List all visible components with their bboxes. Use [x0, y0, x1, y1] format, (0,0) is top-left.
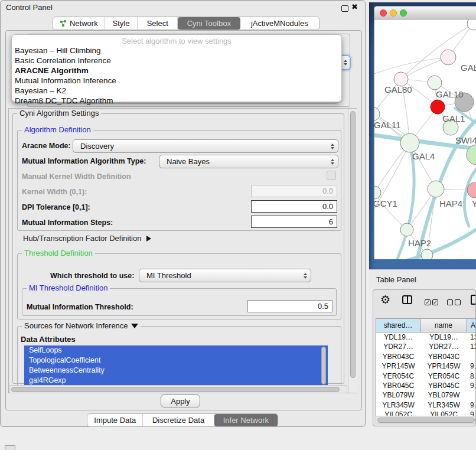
mi-steps-label: Mutual Information Steps:: [22, 219, 113, 227]
column-header-clipped[interactable]: A: [467, 319, 476, 332]
mi-algorithm-type-label: Mutual Information Algorithm Type:: [22, 157, 146, 165]
column-header-shared[interactable]: shared…: [376, 319, 420, 332]
popup-item-dream8[interactable]: Dream8 DC_TDC Algorithm: [15, 96, 113, 105]
popup-item-bayesian-hill[interactable]: Bayesian – Hill Climbing: [15, 46, 101, 55]
mi-threshold-field[interactable]: 0.5: [247, 300, 332, 312]
settings-horizontal-scrollbar[interactable]: [9, 385, 347, 393]
list-item-gal4rgexp[interactable]: gal4RGexp: [24, 376, 328, 386]
hub-definition-section[interactable]: Hub/Transcription Factor Definition: [23, 234, 151, 243]
apply-button[interactable]: Apply: [161, 394, 200, 407]
aracne-mode-label: Aracne Mode:: [22, 142, 71, 150]
tab-infer-network[interactable]: Infer Network: [214, 414, 278, 426]
network-view-canvas[interactable]: GAL GAL80 GAL10 GAL1 GAL11 SWI4 GAL4 GCY…: [374, 19, 476, 259]
data-attributes-label: Data Attributes: [21, 335, 76, 344]
node-gal1-red[interactable]: [431, 100, 445, 114]
node-gal10[interactable]: [428, 76, 442, 90]
vertical-scrollbar-thumb[interactable]: [350, 111, 356, 378]
kernel-width-field[interactable]: 0.0: [251, 185, 337, 197]
list-item-selfloops[interactable]: SelfLoops: [24, 345, 328, 356]
node-unlabeled-top[interactable]: [467, 19, 476, 30]
tab-style[interactable]: Style: [105, 17, 138, 30]
minimize-traffic-light-icon[interactable]: [390, 9, 397, 17]
node-label-hap4: HAP4: [439, 198, 462, 208]
aracne-mode-combobox[interactable]: Discovery: [73, 139, 338, 153]
column-header-name[interactable]: name: [420, 319, 467, 332]
table-panel-window: ⚙ ✓✓ shared… name A YDL19… YDL19… 13 YDR…: [373, 289, 476, 426]
tab-jactivemnodules[interactable]: jActiveMNodules: [240, 17, 319, 30]
split-columns-icon[interactable]: [402, 295, 412, 304]
network-graph[interactable]: GAL GAL80 GAL10 GAL1 GAL11 SWI4 GAL4 GCY…: [374, 19, 476, 259]
control-panel-window: Control Panel ✖ Network Style Select Cyn…: [0, 0, 366, 427]
node-hap4[interactable]: [428, 181, 444, 197]
list-scrollbar-thumb[interactable]: [321, 347, 326, 384]
table-row[interactable]: YBR043C YBR043C: [376, 352, 476, 361]
popup-item-basic-correlation[interactable]: Basic Correlation Inference: [15, 56, 111, 65]
node-attribute-table: shared… name A YDL19… YDL19… 13 YDR27… Y…: [376, 318, 476, 422]
tab-discretize-data[interactable]: Discretize Data: [143, 414, 214, 426]
tab-impute-data[interactable]: Impute Data: [87, 414, 143, 426]
bottom-tabbar: Impute Data Discretize Data Infer Networ…: [87, 413, 278, 427]
which-threshold-label: Which threshold to use:: [50, 272, 134, 280]
combo-stepper-icon: [331, 159, 334, 165]
node-label-gal11: GAL11: [374, 120, 401, 130]
combo-stepper-icon: [331, 144, 334, 149]
manual-kernel-width-checkbox[interactable]: [327, 171, 336, 180]
horizontal-scrollbar-thumb[interactable]: [11, 387, 340, 392]
checked-pair-icon[interactable]: ✓✓: [425, 296, 438, 307]
node-gcy1[interactable]: [374, 186, 381, 199]
float-window-icon[interactable]: [341, 5, 348, 12]
document-icon[interactable]: [471, 295, 476, 305]
which-threshold-combobox[interactable]: MI Threshold: [139, 269, 311, 282]
highlighted-edges: [374, 108, 476, 259]
node-label-gcy1: GCY1: [374, 198, 397, 208]
list-item-topologicalcoefficient[interactable]: TopologicalCoefficient: [24, 356, 328, 366]
dpi-tolerance-label: DPI Tolerance [0,1]:: [22, 203, 90, 211]
table-row[interactable]: YLR345W YLR345W 9.: [376, 400, 476, 410]
node-unlabeled-bottom[interactable]: [421, 249, 433, 259]
popup-prompt: Select algorithm to view settings: [12, 37, 341, 45]
network-window-titlebar[interactable]: [374, 6, 476, 19]
popup-item-aracne[interactable]: ARACNE Algorithm: [15, 66, 89, 75]
mi-algorithm-type-combobox[interactable]: Naive Bayes: [159, 155, 338, 168]
table-scrollbar-thumb[interactable]: [377, 418, 475, 423]
close-icon[interactable]: ✖: [351, 2, 358, 11]
table-row[interactable]: YBL079W YBL079W: [376, 390, 476, 400]
table-horizontal-scrollbar[interactable]: [376, 416, 476, 423]
threshold-definition-title: Threshold Definition: [22, 249, 95, 257]
node-gal-clipped[interactable]: [441, 50, 456, 65]
gear-icon[interactable]: ⚙: [380, 293, 390, 306]
kernel-width-label: Kernel Width (0,1):: [22, 188, 87, 196]
tab-select[interactable]: Select: [138, 17, 178, 30]
application-root: Control Panel ✖ Network Style Select Cyn…: [0, 0, 476, 450]
unchecked-pair-icon[interactable]: [447, 296, 461, 307]
dpi-tolerance-field[interactable]: 0.0: [251, 200, 337, 213]
node-hap2[interactable]: [400, 223, 413, 236]
settings-vertical-scrollbar[interactable]: [348, 109, 357, 393]
table-row[interactable]: YDR27… YDR27… 12: [376, 342, 476, 351]
sources-group-title[interactable]: Sources for Network Inference: [22, 321, 141, 330]
tab-cyni-toolbox[interactable]: Cyni Toolbox: [178, 17, 240, 30]
table-row[interactable]: YER054C YER054C 8.: [376, 371, 476, 381]
list-item-betweennesscentrality[interactable]: BetweennessCentrality: [24, 366, 328, 376]
mi-threshold-definition-title: MI Threshold Definition: [27, 283, 110, 292]
table-row[interactable]: YPR145W YPR145W 9.: [376, 361, 476, 371]
algorithm-select-popup: Select algorithm to view settings Bayesi…: [11, 34, 342, 102]
cyni-settings-group-title: Cyni Algorithm Settings: [17, 109, 101, 118]
collapsed-panel-button[interactable]: [5, 445, 15, 450]
node-gal4[interactable]: [400, 133, 419, 152]
combo-stepper-icon: [344, 60, 347, 66]
popup-item-mutual-information[interactable]: Mutual Information Inference: [15, 76, 116, 85]
manual-kernel-width-label: Manual Kernel Width Definition: [22, 172, 131, 181]
popup-item-bayesian-k2[interactable]: Bayesian – K2: [15, 86, 66, 95]
table-panel-title: Table Panel: [376, 275, 416, 284]
network-icon: [60, 19, 67, 27]
table-row[interactable]: YDL19… YDL19… 13: [376, 332, 476, 342]
tab-network[interactable]: Network: [53, 17, 105, 30]
zoom-traffic-light-icon[interactable]: [400, 9, 407, 17]
mi-steps-field[interactable]: 6: [251, 216, 337, 228]
control-panel-title: Control Panel: [6, 3, 53, 12]
expand-right-icon: [146, 236, 151, 242]
node-label-gal1: GAL1: [442, 113, 465, 123]
table-row[interactable]: YBR045C YBR045C 9.: [376, 381, 476, 390]
close-traffic-light-icon[interactable]: [380, 9, 387, 17]
